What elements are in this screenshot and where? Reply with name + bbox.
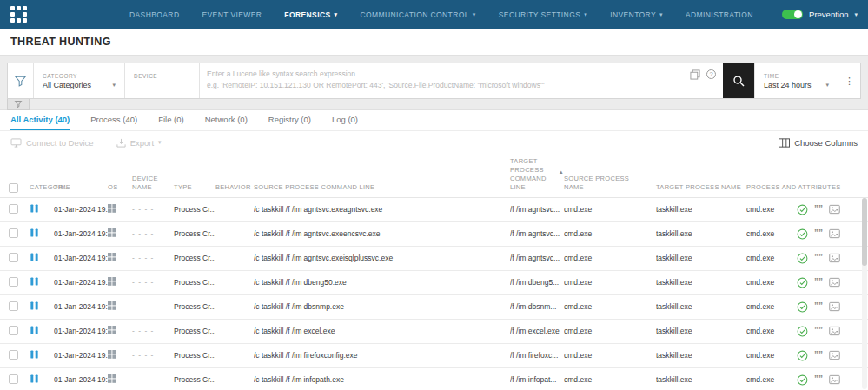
row-checkbox[interactable] — [9, 277, 18, 287]
image-icon[interactable] — [829, 277, 840, 288]
nav-item-security-settings[interactable]: SECURITY SETTINGS▾ — [499, 10, 587, 19]
check-circle-icon[interactable] — [797, 228, 808, 240]
category-cell — [30, 228, 54, 240]
image-icon[interactable] — [829, 374, 840, 385]
more-options-kebab-icon[interactable]: ⋮ — [838, 63, 860, 98]
row-checkbox[interactable] — [9, 253, 18, 262]
check-circle-icon[interactable] — [797, 301, 808, 313]
quotes-icon[interactable]: ”” — [814, 375, 823, 384]
row-device-name: - - - - — [132, 254, 174, 262]
quotes-icon[interactable]: ”” — [814, 278, 823, 287]
process-category-icon — [30, 228, 39, 238]
nav-item-inventory[interactable]: INVENTORY▾ — [610, 10, 663, 19]
column-header-behavior[interactable]: BEHAVIOR — [215, 183, 254, 192]
app-logo-icon[interactable] — [10, 6, 27, 23]
check-circle-icon[interactable] — [797, 326, 808, 337]
image-icon[interactable] — [829, 253, 840, 263]
row-type: Process Cr... — [174, 278, 215, 287]
row-checkbox[interactable] — [9, 350, 18, 360]
table-row[interactable]: 01-Jan-2024 19:... - - - - Process Cr...… — [0, 271, 868, 295]
quotes-icon[interactable]: ”” — [814, 351, 823, 360]
export-button[interactable]: Export ▾ — [116, 138, 162, 148]
check-circle-icon[interactable] — [797, 374, 808, 386]
column-header-process-and-attributes[interactable]: PROCESS AND ATTRIBUTES — [746, 183, 868, 192]
check-circle-icon[interactable] — [797, 350, 808, 361]
tab-log[interactable]: Log (0) — [332, 110, 358, 130]
image-icon[interactable] — [829, 350, 840, 360]
quotes-icon[interactable]: ”” — [814, 327, 823, 335]
chevron-down-icon: ▾ — [335, 11, 338, 18]
row-checkbox[interactable] — [9, 326, 18, 335]
image-icon[interactable] — [829, 228, 840, 239]
column-header-device-name[interactable]: DEVICE NAME — [132, 175, 174, 192]
column-header-source-process-name[interactable]: SOURCE PROCESS NAME — [564, 175, 656, 192]
column-header-target-process-name[interactable]: TARGET PROCESS NAME — [656, 183, 746, 192]
tab-all-activity[interactable]: All Activity (40) — [10, 110, 70, 130]
table-row[interactable]: 01-Jan-2024 19:... - - - - Process Cr...… — [0, 222, 868, 247]
row-checkbox[interactable] — [9, 374, 18, 384]
column-header-type[interactable]: TYPE — [174, 183, 215, 192]
quotes-icon[interactable]: ”” — [814, 302, 823, 311]
tab-file[interactable]: File (0) — [158, 110, 184, 130]
filter-collapse-tab[interactable] — [7, 99, 30, 110]
table-row[interactable]: 01-Jan-2024 19:... - - - - Process Cr...… — [0, 344, 868, 368]
search-button[interactable] — [723, 63, 754, 98]
column-header-label: BEHAVIOR — [215, 183, 251, 191]
quotes-icon[interactable]: ”” — [814, 229, 823, 238]
choose-columns-button[interactable]: Choose Columns — [779, 138, 858, 148]
scrollbar-thumb[interactable] — [862, 198, 867, 266]
column-header-categor-[interactable]: CATEGOR... — [30, 183, 54, 192]
saved-queries-icon[interactable] — [690, 69, 700, 80]
select-all-checkbox[interactable] — [9, 183, 18, 193]
table-row[interactable]: 01-Jan-2024 19:... - - - - Process Cr...… — [0, 198, 868, 222]
row-device-name: - - - - — [132, 205, 174, 214]
row-action-icons: ”” — [797, 350, 863, 361]
column-header-source-process-command-line[interactable]: SOURCE PROCESS COMMAND LINE — [254, 183, 510, 192]
quotes-icon[interactable]: ”” — [814, 205, 823, 214]
help-icon[interactable]: ? — [706, 69, 716, 79]
connect-to-device-button[interactable]: Connect to Device — [10, 138, 94, 148]
column-header-target-process-command-line[interactable]: TARGET PROCESS COMMAND LINE▲ — [510, 157, 564, 193]
windows-os-icon — [108, 301, 116, 310]
quotes-icon[interactable]: ”” — [814, 254, 823, 262]
row-checkbox[interactable] — [9, 204, 18, 214]
table-row[interactable]: 01-Jan-2024 19:... - - - - Process Cr...… — [0, 295, 868, 320]
image-icon[interactable] — [829, 301, 840, 312]
mode-toggle[interactable] — [782, 10, 803, 19]
vertical-scrollbar[interactable] — [862, 198, 867, 389]
check-circle-icon[interactable] — [797, 204, 808, 215]
nav-item-communication-control[interactable]: COMMUNICATION CONTROL▾ — [360, 10, 475, 19]
time-range-dropdown[interactable]: TIME Last 24 hours ▾ — [754, 63, 838, 98]
search-input[interactable] — [200, 63, 690, 98]
prevention-mode-dropdown[interactable]: Prevention ▾ — [782, 10, 858, 19]
device-field[interactable]: DEVICE — [124, 63, 199, 98]
tab-process[interactable]: Process (40) — [90, 110, 137, 130]
check-circle-icon[interactable] — [797, 253, 808, 264]
table-row[interactable]: 01-Jan-2024 19:... - - - - Process Cr...… — [0, 368, 868, 390]
table-row[interactable]: 01-Jan-2024 19:... - - - - Process Cr...… — [0, 247, 868, 271]
check-circle-icon[interactable] — [797, 277, 808, 288]
tab-network[interactable]: Network (0) — [205, 110, 248, 130]
nav-item-event-viewer[interactable]: EVENT VIEWER — [202, 10, 262, 19]
row-attributes-cell: cmd.exe ”” — [746, 350, 868, 361]
device-input[interactable] — [134, 81, 190, 89]
table-row[interactable]: 01-Jan-2024 19:... - - - - Process Cr...… — [0, 320, 868, 344]
row-checkbox[interactable] — [9, 301, 18, 311]
page-title: THREAT HUNTING — [10, 36, 111, 48]
row-type: Process Cr... — [174, 254, 215, 262]
row-target-command-line: /f /im excel.exe — [510, 327, 564, 335]
nav-item-administration[interactable]: ADMINISTRATION — [686, 10, 753, 19]
tab-registry[interactable]: Registry (0) — [268, 110, 311, 130]
category-dropdown[interactable]: CATEGORY All Categories ▾ — [34, 63, 124, 98]
row-source-process-name: cmd.exe — [564, 302, 656, 311]
row-source-command-line: /c taskkill /f /im excel.exe — [254, 327, 510, 335]
nav-item-dashboard[interactable]: DASHBOARD — [129, 10, 179, 19]
image-icon[interactable] — [829, 326, 840, 336]
column-header-time[interactable]: TIME — [54, 183, 108, 192]
row-checkbox[interactable] — [9, 228, 18, 238]
image-icon[interactable] — [829, 204, 840, 215]
row-attributes-cell: cmd.exe ”” — [746, 204, 868, 215]
column-header-os[interactable]: OS — [108, 183, 132, 192]
nav-item-forensics[interactable]: FORENSICS▾ — [284, 10, 337, 19]
filter-funnel-icon[interactable] — [8, 63, 34, 98]
